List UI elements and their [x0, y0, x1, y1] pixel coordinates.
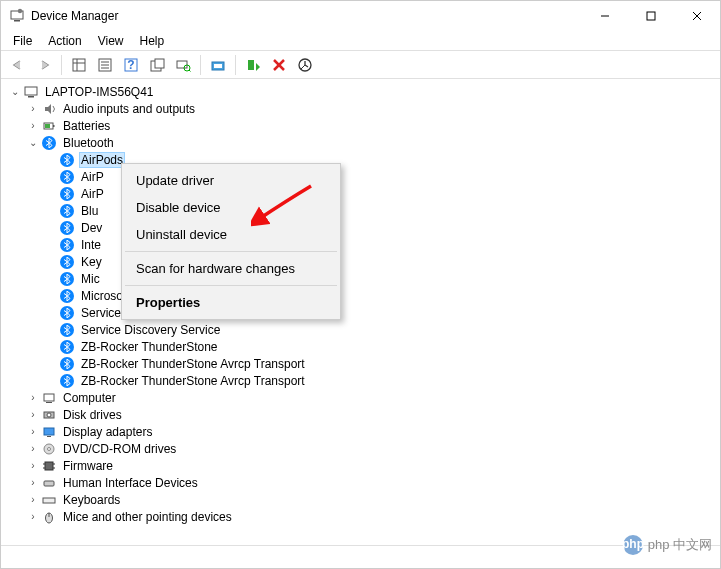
properties-button[interactable] — [93, 53, 117, 77]
tree-label[interactable]: Disk drives — [61, 408, 124, 422]
show-hidden-button[interactable] — [67, 53, 91, 77]
tree-device-item[interactable]: Blu — [3, 202, 718, 219]
svg-rect-17 — [155, 59, 164, 68]
ctx-properties[interactable]: Properties — [124, 289, 338, 316]
menu-action[interactable]: Action — [40, 32, 89, 50]
expander-icon[interactable]: › — [25, 492, 41, 508]
tree-device-item[interactable]: Dev — [3, 219, 718, 236]
tree-label[interactable]: Keyboards — [61, 493, 122, 507]
tree-category[interactable]: › Firmware — [3, 457, 718, 474]
watermark: php php 中文网 — [622, 534, 712, 556]
uninstall-device-button[interactable] — [267, 53, 291, 77]
tree-device-item[interactable]: ZB-Rocker ThunderStone — [3, 338, 718, 355]
tree-device-item[interactable]: Service Discovery Service — [3, 321, 718, 338]
expander-icon[interactable]: › — [25, 441, 41, 457]
help-button[interactable]: ? — [119, 53, 143, 77]
ctx-scan-hardware[interactable]: Scan for hardware changes — [124, 255, 338, 282]
update-driver-button[interactable] — [206, 53, 230, 77]
expander-icon[interactable]: › — [25, 118, 41, 134]
expander-icon[interactable]: › — [25, 509, 41, 525]
tree-label[interactable]: Firmware — [61, 459, 115, 473]
app-icon — [9, 8, 25, 24]
toolbar: ? — [1, 51, 720, 79]
ctx-separator — [125, 251, 337, 252]
tree-category[interactable]: › Mice and other pointing devices — [3, 508, 718, 525]
tree-label[interactable]: LAPTOP-IMS56Q41 — [43, 85, 156, 99]
maximize-button[interactable] — [628, 1, 674, 31]
tree-device-item[interactable]: Key — [3, 253, 718, 270]
tree-label[interactable]: Mice and other pointing devices — [61, 510, 234, 524]
expander-icon[interactable]: ⌄ — [7, 84, 23, 100]
tree-category[interactable]: › Human Interface Devices — [3, 474, 718, 491]
tree-label[interactable]: Inte — [79, 238, 103, 252]
tree-device-item[interactable]: AirP — [3, 185, 718, 202]
tree-label[interactable]: Blu — [79, 204, 100, 218]
tree-category[interactable]: › Display adapters — [3, 423, 718, 440]
tree-label[interactable]: Key — [79, 255, 104, 269]
tree-label[interactable]: Human Interface Devices — [61, 476, 200, 490]
tree-label[interactable]: Dev — [79, 221, 104, 235]
expander-icon[interactable]: › — [25, 390, 41, 406]
bluetooth-icon — [59, 152, 75, 168]
tree-device-item[interactable]: AirPods — [3, 151, 718, 168]
tree-device-item[interactable]: ZB-Rocker ThunderStone Avrcp Transport — [3, 355, 718, 372]
tree-device-item[interactable]: Microsoft Bluetooth LE Enumerator — [3, 287, 718, 304]
expander-icon[interactable]: ⌄ — [25, 135, 41, 151]
tree-label[interactable]: Service Discovery Service — [79, 323, 222, 337]
menu-file[interactable]: File — [5, 32, 40, 50]
ctx-update-driver[interactable]: Update driver — [124, 167, 338, 194]
tree-label[interactable]: Batteries — [61, 119, 112, 133]
ctx-disable-device[interactable]: Disable device — [124, 194, 338, 221]
tree-device-item[interactable]: Inte — [3, 236, 718, 253]
tree-label[interactable]: Mic — [79, 272, 102, 286]
watermark-text: php 中文网 — [648, 536, 712, 554]
scan-button[interactable] — [171, 53, 195, 77]
tree-label[interactable]: ZB-Rocker ThunderStone — [79, 340, 220, 354]
expander-icon[interactable]: › — [25, 424, 41, 440]
expander-icon[interactable]: › — [25, 407, 41, 423]
tree-device-item[interactable]: ZB-Rocker ThunderStone Avrcp Transport — [3, 372, 718, 389]
tree-category[interactable]: › Disk drives — [3, 406, 718, 423]
tree-label[interactable]: ZB-Rocker ThunderStone Avrcp Transport — [79, 374, 307, 388]
enable-device-button[interactable] — [241, 53, 265, 77]
disable-device-button[interactable] — [293, 53, 317, 77]
tree-label[interactable]: AirPods — [79, 152, 125, 168]
expander-icon[interactable]: › — [25, 101, 41, 117]
nav-forward-button[interactable] — [32, 53, 56, 77]
tree-category[interactable]: › Keyboards — [3, 491, 718, 508]
minimize-button[interactable] — [582, 1, 628, 31]
ctx-uninstall-device[interactable]: Uninstall device — [124, 221, 338, 248]
close-button[interactable] — [674, 1, 720, 31]
menu-view[interactable]: View — [90, 32, 132, 50]
action-button[interactable] — [145, 53, 169, 77]
tree-category[interactable]: › DVD/CD-ROM drives — [3, 440, 718, 457]
svg-rect-4 — [647, 12, 655, 20]
tree-category[interactable]: › Computer — [3, 389, 718, 406]
bluetooth-icon — [59, 271, 75, 287]
tree-device-item[interactable]: Mic — [3, 270, 718, 287]
tree-label[interactable]: AirP — [79, 170, 106, 184]
expander-icon[interactable]: › — [25, 475, 41, 491]
tree-label[interactable]: AirP — [79, 187, 106, 201]
tree-label[interactable]: Computer — [61, 391, 118, 405]
bluetooth-icon — [41, 135, 57, 151]
tree-label[interactable]: DVD/CD-ROM drives — [61, 442, 178, 456]
tree-category[interactable]: › Audio inputs and outputs — [3, 100, 718, 117]
menu-help[interactable]: Help — [132, 32, 173, 50]
tree-root[interactable]: ⌄ LAPTOP-IMS56Q41 — [3, 83, 718, 100]
title-bar: Device Manager — [1, 1, 720, 31]
tree-label[interactable]: Bluetooth — [61, 136, 116, 150]
tree-device-item[interactable]: Service Discovery Service — [3, 304, 718, 321]
tree-category[interactable]: › Batteries — [3, 117, 718, 134]
nav-back-button[interactable] — [6, 53, 30, 77]
toolbar-separator — [200, 55, 201, 75]
tree-device-item[interactable]: AirP — [3, 168, 718, 185]
tree-label[interactable]: Audio inputs and outputs — [61, 102, 197, 116]
device-tree[interactable]: ⌄ LAPTOP-IMS56Q41 › Audio inputs and out… — [1, 79, 720, 546]
bluetooth-icon — [59, 169, 75, 185]
tree-label[interactable]: ZB-Rocker ThunderStone Avrcp Transport — [79, 357, 307, 371]
expander-icon[interactable]: › — [25, 458, 41, 474]
tree-category-bluetooth[interactable]: ⌄ Bluetooth — [3, 134, 718, 151]
svg-rect-30 — [53, 125, 55, 127]
tree-label[interactable]: Display adapters — [61, 425, 154, 439]
